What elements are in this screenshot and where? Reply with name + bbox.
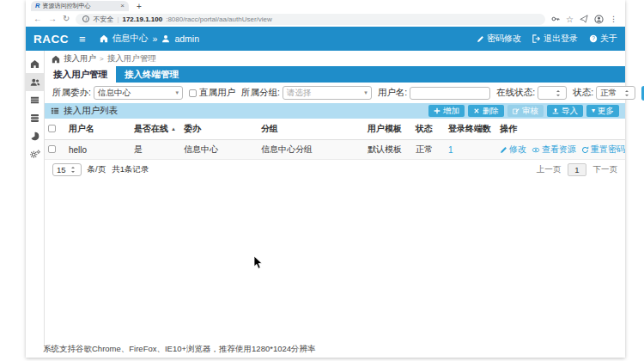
forward-icon[interactable]: → [48, 15, 57, 23]
reload-icon[interactable]: ↻ [63, 15, 70, 23]
navbar-separator: » [153, 34, 158, 44]
cogs-icon [30, 150, 40, 159]
direct-user-checkbox[interactable] [189, 89, 197, 97]
status-select[interactable]: 正常 [596, 86, 635, 100]
navbar-org[interactable]: 信息中心 [112, 33, 149, 45]
online-status-label: 在线状态: [496, 87, 535, 99]
about-button[interactable]: ? 关于 [589, 33, 617, 45]
col-org[interactable]: 委办 [180, 119, 258, 140]
row-select-cell [45, 140, 65, 160]
users-icon [30, 77, 40, 87]
online-status-select[interactable] [538, 86, 567, 100]
page-size-value: 15 [57, 165, 66, 174]
list-panel-title: 接入用户列表 [64, 105, 118, 117]
eye-icon [532, 146, 540, 154]
browser-tab[interactable]: R 资源访问控制中心 × [31, 1, 129, 11]
home-icon [30, 59, 39, 69]
audit-button-label: 审核 [522, 106, 538, 117]
sidebar-item-database[interactable] [26, 109, 44, 127]
browser-menu-icon[interactable]: ⋮ [610, 15, 617, 23]
url-path: :8080/racc/portal/aa/authUser/view [166, 15, 272, 23]
next-page-button[interactable]: 下一页 [593, 164, 618, 175]
main-content: 接入用户 > 接入用户管理 接入用户管理 接入终端管理 所属委办: 信息中心 ▾ [45, 51, 625, 346]
info-circle-icon[interactable]: i [82, 15, 89, 22]
footer-note: 系统支持谷歌Chrome、FireFox、IE10+浏览器，推荐使用1280*1… [43, 344, 316, 355]
direct-user-filter[interactable]: 直属用户 [189, 87, 235, 99]
key-icon[interactable] [551, 15, 560, 23]
view-resources-link[interactable]: 查看资源 [532, 144, 576, 156]
audit-button[interactable]: 审核 [507, 105, 544, 117]
url-divider: | [117, 15, 118, 23]
page-size-select[interactable]: 15 [52, 163, 82, 176]
select-all-checkbox[interactable] [48, 125, 56, 132]
sidebar-item-home[interactable] [26, 55, 44, 73]
list-icon [51, 107, 59, 115]
sidebar-item-tasks[interactable] [26, 91, 44, 109]
col-username[interactable]: 用户名 [65, 119, 131, 140]
col-online[interactable]: 是否在线▲ [131, 119, 180, 140]
logout-button[interactable]: 退出登录 [532, 33, 578, 45]
username-filter: 用户名: [378, 87, 490, 100]
updown-arrows-icon [70, 166, 77, 174]
app-brand[interactable]: RACC [33, 33, 69, 46]
bookmark-star-icon[interactable]: ☆ [566, 15, 574, 24]
sidebar-item-settings[interactable] [26, 145, 44, 163]
cell-terminals: 1 [445, 140, 496, 160]
panel-buttons: 增加 删除 审核 导入 ▾ [428, 105, 619, 117]
prev-page-button[interactable]: 上一页 [537, 164, 562, 175]
import-button[interactable]: 导入 [547, 105, 583, 117]
chevron-down-icon: ▾ [175, 89, 179, 96]
hamburger-icon[interactable]: ≡ [79, 34, 86, 45]
reset-password-link[interactable]: 重置密码 [581, 144, 625, 156]
chevron-down-icon: ▾ [592, 107, 595, 114]
back-icon[interactable]: ← [33, 15, 42, 23]
more-button[interactable]: ▾ 更多 [586, 105, 619, 117]
browser-actions: ☆ ⋮ [551, 15, 617, 24]
col-group[interactable]: 分组 [258, 119, 364, 140]
tab-access-user-management[interactable]: 接入用户管理 [45, 66, 116, 83]
delete-button[interactable]: 删除 [468, 105, 504, 117]
pie-chart-icon [30, 132, 39, 141]
breadcrumb-root[interactable]: 接入用户 [64, 53, 96, 64]
extension-send-icon[interactable] [580, 15, 588, 23]
password-change-button[interactable]: 密码修改 [477, 33, 521, 45]
address-bar[interactable]: i 不安全 | 172.19.1.100:8080/racc/portal/aa… [76, 14, 545, 25]
new-tab-button[interactable]: + [137, 3, 142, 11]
question-circle-icon: ? [589, 34, 598, 43]
online-status-filter: 在线状态: [496, 86, 567, 100]
modify-link[interactable]: 修改 [500, 144, 526, 156]
navbar-breadcrumb: 信息中心 » admin [100, 33, 199, 45]
group-select-placeholder: 请选择 [287, 88, 312, 99]
tab-close-icon[interactable]: × [120, 3, 125, 9]
col-terminals[interactable]: 登录终端数 [445, 119, 496, 140]
profile-icon[interactable] [594, 15, 604, 24]
navbar-username[interactable]: admin [174, 34, 199, 44]
navbar-actions: 密码修改 退出登录 ? 关于 [477, 33, 617, 45]
cell-online: 是 [131, 140, 180, 160]
sidebar-item-users[interactable] [26, 73, 44, 91]
table-row[interactable]: hello 是 信息中心 信息中心分组 默认模板 正常 1 修改 [45, 140, 625, 160]
database-icon [30, 113, 39, 123]
tab-access-terminal-management[interactable]: 接入终端管理 [116, 66, 187, 83]
col-actions: 操作 [496, 119, 625, 140]
pencil-icon [500, 146, 507, 154]
modify-link-label: 修改 [509, 144, 526, 156]
username-input[interactable] [410, 87, 490, 100]
col-status[interactable]: 状态 [412, 119, 445, 140]
sort-asc-icon[interactable]: ▲ [171, 126, 176, 132]
row-checkbox[interactable] [48, 145, 56, 153]
breadcrumb-separator: > [100, 55, 104, 63]
terminal-count-link[interactable]: 1 [448, 145, 453, 155]
org-select[interactable]: 信息中心 ▾ [94, 86, 183, 100]
org-filter-label: 所属委办: [52, 87, 91, 99]
group-select[interactable]: 请选择 ▾ [283, 86, 372, 100]
about-label: 关于 [600, 33, 617, 45]
col-template[interactable]: 用户模板 [364, 119, 412, 140]
cell-template: 默认模板 [364, 140, 412, 160]
sidebar-item-pie-chart[interactable] [26, 127, 44, 145]
cell-status: 正常 [412, 140, 445, 160]
current-page-button[interactable]: 1 [568, 163, 586, 176]
add-button[interactable]: 增加 [428, 105, 465, 117]
cell-actions: 修改 查看资源 重置密码 [496, 140, 625, 160]
pencil-icon [477, 35, 484, 43]
